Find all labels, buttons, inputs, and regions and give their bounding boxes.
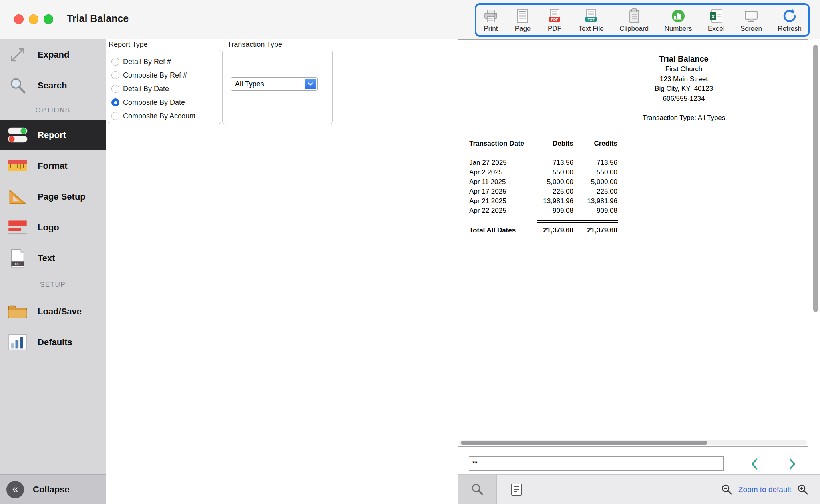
collapse-icon[interactable]: « [6,481,24,498]
titlebar: Trial Balance Print [0,0,820,39]
sidebar-item-label: Load/Save [38,306,82,317]
table-total-row: Total All Dates 21,379.60 21,379.60 [469,226,808,235]
vertical-scrollbar-thumb[interactable] [813,45,818,312]
report-header: Trial Balance First Church 123 Main Stre… [469,40,808,123]
sidebar-item-label: Logo [38,222,59,233]
radio-composite-by-date[interactable]: Composite By Date [108,96,221,109]
transaction-type-legend: Transaction Type [227,40,282,49]
window-title: Trial Balance [67,13,129,24]
sidebar-item-label: Format [38,161,68,171]
radio-detail-by-ref[interactable]: Detail By Ref # [108,55,221,68]
radio-detail-by-date[interactable]: Detail By Date [108,82,221,96]
transaction-type-group: All Types [222,50,333,124]
sidebar-item-label: Text [38,253,55,264]
sidebar-item-label: Defaults [38,337,72,348]
table-row: Apr 17 2025 225.00 225.00 [469,187,808,196]
sidebar-item-label: Page Setup [38,192,86,202]
numbers-button[interactable]: Numbers [664,8,692,33]
radio-circle-icon [111,85,119,93]
refresh-button[interactable]: Refresh [778,8,802,33]
report-filter-line: Transaction Type: All Types [469,113,808,123]
magnifier-tool-button[interactable] [458,475,497,504]
page-search-input[interactable] [469,456,724,471]
horizontal-scrollbar-thumb[interactable] [461,441,707,445]
zoom-to-default-link[interactable]: Zoom to default [738,485,791,494]
cell-debit: 550.00 [533,168,573,176]
excel-label: Excel [708,25,725,33]
next-page-button[interactable] [784,457,801,471]
cell-date: Apr 17 2025 [469,188,533,196]
zoom-window-button[interactable] [44,14,53,24]
excel-button[interactable]: X Excel [708,8,725,33]
cell-date: Apr 11 2025 [469,178,533,186]
clipboard-button[interactable]: Clipboard [619,8,649,33]
horizontal-scrollbar[interactable] [459,440,807,445]
toggles-icon [6,125,29,146]
radio-label: Composite By Date [123,98,185,107]
cell-credit: 5,000.00 [573,178,617,186]
radio-label: Composite By Account [123,112,195,120]
radio-label: Detail By Date [123,85,169,93]
zoom-in-icon[interactable] [797,484,809,496]
sidebar-item-defaults[interactable]: Defaults [0,327,106,358]
radio-circle-checked-icon [111,98,119,106]
zoom-out-icon[interactable] [721,484,733,496]
close-window-button[interactable] [14,14,24,24]
page-label: Page [515,25,531,33]
table-row: Apr 11 2025 5,000.00 5,000.00 [469,177,808,187]
text-file-button[interactable]: TXT Text File [578,8,603,33]
pdf-icon: PDF [547,8,563,24]
sidebar-item-expand[interactable]: Expand [0,39,106,70]
cell-debit: 5,000.00 [533,178,573,186]
table-row: Apr 2 2025 550.00 550.00 [469,168,808,177]
sidebar-item-search[interactable]: Search [0,70,106,101]
clipboard-label: Clipboard [619,25,649,33]
print-button[interactable]: Print [483,8,499,33]
page-icon [515,8,531,24]
radio-composite-by-ref[interactable]: Composite By Ref # [108,68,221,82]
report-address-line2: Big City, KY 40123 [469,84,808,94]
collapse-label: Collapse [33,484,70,495]
screen-button[interactable]: Screen [740,8,762,33]
pdf-button[interactable]: PDF PDF [547,8,563,33]
total-label: Total All Dates [469,226,533,234]
ruler-icon [6,156,29,176]
dropdown-selected-value: All Types [231,80,317,88]
report-table: Transaction Date Debits Credits Jan 27 2… [469,138,808,235]
previous-page-button[interactable] [746,457,763,471]
cell-date: Apr 21 2025 [469,197,533,205]
sidebar-section-setup: SETUP [0,274,106,296]
numbers-label: Numbers [664,25,692,33]
sidebar-item-format[interactable]: Format [0,150,106,181]
bar-chart-icon [6,332,29,353]
expand-icon [6,44,29,65]
numbers-icon [670,8,686,24]
print-label: Print [484,25,498,33]
sidebar-item-report[interactable]: Report [0,120,106,150]
svg-text:TXT: TXT [588,17,595,21]
magnifier-icon [470,483,484,496]
logo-bars-icon [6,217,29,238]
text-view-tool-button[interactable] [497,475,536,504]
export-toolbar: Print Page [475,3,810,37]
folder-icon [6,301,29,322]
page-button[interactable]: Page [515,8,531,33]
cell-debit: 13,981.96 [533,197,573,205]
sidebar-item-page-setup[interactable]: Page Setup [0,181,106,212]
sidebar: Expand Search OPTIONS Report [0,39,106,474]
transaction-type-dropdown[interactable]: All Types [231,77,318,91]
total-double-rule [537,220,618,223]
cell-credit: 225.00 [573,188,617,196]
column-header: Transaction Date [469,140,533,148]
sidebar-item-logo[interactable]: Logo [0,212,106,243]
cell-debit: 909.08 [533,207,573,215]
radio-composite-by-account[interactable]: Composite By Account [108,109,221,123]
sidebar-item-load-save[interactable]: Load/Save [0,296,106,327]
minimize-window-button[interactable] [29,14,38,24]
preview-statusbar: Zoom to default [458,474,820,504]
table-row: Jan 27 2025 713.56 713.56 [469,158,808,168]
column-header: Debits [533,140,573,148]
report-address-line1: 123 Main Street [469,74,808,84]
cell-debit: 713.56 [533,159,573,167]
sidebar-item-text[interactable]: TXT Text [0,243,106,274]
